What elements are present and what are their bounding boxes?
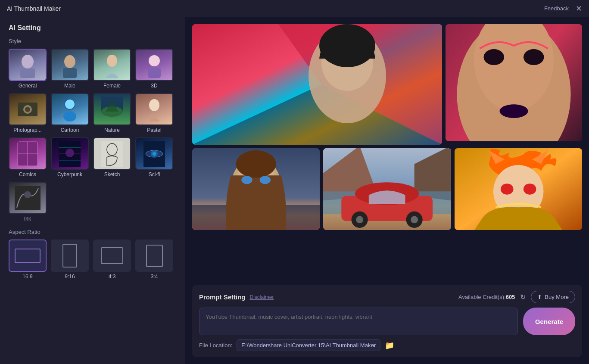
aspect-ratio-section: Aspect Ratio 16:9 9:16 (9, 229, 176, 280)
aspect-item-9-16[interactable]: 9:16 (51, 240, 89, 280)
credits-value: 605 (506, 294, 515, 300)
style-grid: General Male Female (9, 49, 176, 222)
style-thumb-photograph (9, 93, 47, 125)
style-label-ink: Ink (24, 216, 31, 222)
aspect-label-3-4: 3:4 (151, 274, 158, 280)
style-thumb-comics (9, 137, 47, 170)
style-label-pastel: Pastel (147, 127, 161, 133)
style-item-general[interactable]: General (9, 49, 47, 89)
aspect-thumb-4-3 (93, 240, 131, 272)
style-item-photograph[interactable]: Photograp... (9, 93, 47, 133)
refresh-icon[interactable]: ↻ (520, 293, 526, 301)
svg-point-9 (25, 107, 30, 112)
svg-point-50 (260, 176, 271, 184)
svg-point-10 (65, 99, 75, 109)
buy-more-icon: ⬆ (537, 294, 542, 300)
style-thumb-sci-fi (135, 137, 173, 170)
svg-point-5 (149, 55, 160, 66)
style-thumb-cartoon (51, 93, 89, 125)
style-thumb-pastel (135, 93, 173, 125)
svg-point-29 (153, 152, 156, 156)
svg-point-15 (149, 99, 159, 111)
prompt-input-row: Generate (199, 308, 575, 335)
style-item-cyberpunk[interactable]: Cyberpunk (51, 137, 89, 177)
style-thumb-cyberpunk (51, 137, 89, 170)
feedback-link[interactable]: Feedback (544, 5, 569, 12)
style-item-sketch[interactable]: Sketch (93, 137, 131, 177)
gallery-side-image-1[interactable] (446, 24, 582, 141)
style-label-female: Female (103, 83, 121, 89)
gallery-bottom-image-1[interactable] (192, 148, 320, 230)
style-item-ink[interactable]: Ink (9, 182, 47, 222)
svg-point-41 (499, 104, 528, 118)
svg-point-0 (22, 55, 34, 68)
file-location-bar: File Location: E:\Wondershare UniConvert… (199, 339, 575, 351)
buy-more-button[interactable]: ⬆ Buy More (531, 291, 575, 303)
gallery-main-image[interactable] (192, 24, 442, 145)
file-location-label: File Location: (199, 342, 232, 348)
generate-button[interactable]: Generate (523, 308, 575, 335)
style-label-nature: Nature (104, 127, 120, 133)
style-thumb-female (93, 49, 131, 81)
style-thumb-3d (135, 49, 173, 81)
aspect-grid: 16:9 9:16 4:3 (9, 240, 176, 280)
style-item-cartoon[interactable]: Cartoon (51, 93, 89, 133)
sidebar-heading: AI Setting (9, 24, 176, 32)
gallery-wrapper (192, 24, 582, 285)
gallery-bottom-image-3[interactable] (455, 148, 582, 230)
aspect-label-4-3: 4:3 (109, 274, 116, 280)
prompt-header-right: Available Credit(s):605 ↻ ⬆ Buy More (458, 291, 575, 303)
content-area: Prompt Setting Disclaimer Available Cred… (185, 17, 589, 364)
close-button[interactable]: ✕ (576, 5, 582, 12)
prompt-header-left: Prompt Setting Disclaimer (199, 293, 274, 301)
svg-point-42 (483, 49, 504, 65)
style-item-pastel[interactable]: Pastel (135, 93, 173, 133)
style-label-male: Male (64, 83, 75, 89)
style-item-sci-fi[interactable]: Sci-fi (135, 137, 173, 177)
style-thumb-ink (9, 182, 47, 214)
svg-point-23 (65, 149, 74, 157)
svg-point-60 (411, 216, 418, 223)
disclaimer-link[interactable]: Disclaimer (250, 294, 274, 300)
prompt-header: Prompt Setting Disclaimer Available Cred… (199, 291, 575, 303)
svg-rect-6 (148, 68, 161, 78)
svg-point-48 (236, 150, 276, 177)
style-item-female[interactable]: Female (93, 49, 131, 89)
style-thumb-nature (93, 93, 131, 125)
gallery-bottom-image-2[interactable] (323, 148, 451, 230)
svg-rect-3 (63, 68, 77, 78)
aspect-item-16-9[interactable]: 16:9 (9, 240, 47, 280)
style-thumb-general (9, 49, 47, 81)
prompt-title: Prompt Setting (199, 293, 246, 301)
folder-icon[interactable]: 📁 (385, 341, 394, 350)
sidebar: AI Setting Style General M (0, 17, 185, 364)
svg-point-58 (356, 216, 364, 223)
aspect-thumb-3-4 (135, 240, 173, 272)
svg-rect-24 (101, 141, 123, 167)
style-item-male[interactable]: Male (51, 49, 89, 89)
prompt-textarea[interactable] (199, 308, 518, 335)
aspect-thumb-16-9 (9, 240, 47, 272)
svg-point-4 (107, 55, 117, 67)
gallery-bottom-row (192, 148, 582, 230)
style-item-nature[interactable]: Nature (93, 93, 131, 133)
aspect-label-16-9: 16:9 (22, 274, 32, 280)
svg-point-49 (241, 176, 252, 184)
file-location-select-wrapper: E:\Wondershare UniConverter 15\AI Thumbn… (237, 339, 380, 351)
style-item-comics[interactable]: Comics (9, 137, 47, 177)
file-location-select[interactable]: E:\Wondershare UniConverter 15\AI Thumbn… (237, 339, 380, 351)
aspect-item-4-3[interactable]: 4:3 (93, 240, 131, 280)
style-section-label: Style (9, 38, 176, 44)
style-label-cyberpunk: Cyberpunk (57, 171, 82, 177)
svg-point-65 (501, 184, 514, 194)
style-item-3d[interactable]: 3D (135, 49, 173, 89)
main-layout: AI Setting Style General M (0, 17, 589, 364)
style-thumb-sketch (93, 137, 131, 170)
style-label-general: General (19, 83, 37, 89)
style-thumb-male (51, 49, 89, 81)
style-label-photograph: Photograp... (13, 127, 41, 133)
aspect-item-3-4[interactable]: 3:4 (135, 240, 173, 280)
style-label-cartoon: Cartoon (61, 127, 79, 133)
prompt-section: Prompt Setting Disclaimer Available Cred… (192, 285, 582, 357)
svg-point-11 (63, 111, 76, 121)
